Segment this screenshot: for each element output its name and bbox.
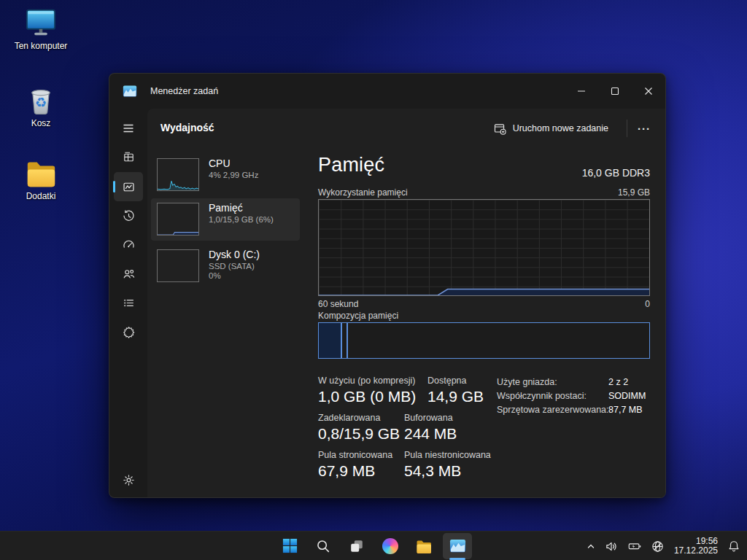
menu-button[interactable] — [114, 114, 143, 143]
stat-value: 67,9 MB — [318, 462, 392, 480]
maximize-icon — [611, 87, 619, 96]
task-manager-taskbar-button[interactable] — [443, 533, 472, 559]
desktop-icon-this-pc[interactable]: Ten komputer — [7, 6, 74, 51]
perf-item-name: CPU — [209, 158, 258, 169]
stat-label: W użyciu (po kompresji) — [318, 376, 416, 386]
stat-label: Dostępna — [404, 376, 484, 386]
windows-logo-icon — [282, 537, 298, 554]
file-explorer-button[interactable] — [409, 533, 438, 559]
task-manager-window: Menedżer zadań — [109, 73, 666, 498]
sidebar-item-app-history[interactable] — [114, 201, 143, 230]
search-icon — [315, 538, 331, 554]
time-zero-label: 0 — [645, 299, 650, 309]
bell-icon — [727, 540, 740, 553]
detail-label: Sprzętowa zarezerwowana: — [497, 405, 609, 415]
detail-value: SODIMM — [608, 391, 646, 401]
perf-item-cpu[interactable]: CPU 4% 2,99 GHz — [151, 154, 300, 196]
stat-paged-pool: Pula stronicowana 67,9 MB — [318, 450, 392, 480]
perf-item-detail: 4% 2,99 GHz — [209, 171, 258, 179]
stat-label: Buforowana — [404, 413, 457, 423]
task-manager-app-icon — [123, 84, 137, 98]
stat-label: Zadeklarowana — [318, 413, 400, 423]
tray-chevron-button[interactable] — [582, 534, 600, 559]
minimize-button[interactable] — [565, 74, 598, 109]
stat-committed: Zadeklarowana 0,8/15,9 GB — [318, 413, 400, 443]
details-list-icon — [122, 296, 136, 310]
desktop-icon-label: Ten komputer — [7, 41, 74, 51]
close-button[interactable] — [632, 74, 665, 109]
desktop-icon-dodatki[interactable]: Dodatki — [7, 156, 74, 201]
stat-value: 1,0 GB (0 MB) — [318, 388, 416, 405]
perf-item-detail2: 0% — [209, 271, 260, 280]
start-button[interactable] — [275, 533, 304, 559]
file-explorer-icon — [415, 537, 433, 555]
perf-item-memory[interactable]: Pamięć 1,0/15,9 GB (6%) — [151, 198, 300, 241]
settings-button[interactable] — [114, 465, 143, 494]
sidebar-item-processes[interactable] — [114, 142, 143, 171]
minimize-icon — [577, 87, 586, 96]
task-view-icon — [349, 538, 365, 554]
close-icon — [644, 87, 653, 96]
stat-value: 0,8/15,9 GB — [318, 425, 400, 443]
tray-date: 17.12.2025 — [674, 546, 718, 556]
detail-label: Współczynnik postaci: — [497, 391, 587, 401]
disk-thumbnail-chart — [157, 249, 199, 282]
stat-value: 14,9 GB — [404, 388, 484, 405]
stat-label: Pula stronicowana — [318, 450, 392, 460]
sidebar-item-services[interactable] — [114, 317, 143, 346]
chevron-up-icon — [586, 541, 596, 551]
desktop-icon-label: Kosz — [7, 118, 74, 128]
notifications-button[interactable] — [724, 534, 744, 559]
composition-segment-in-use — [319, 323, 342, 358]
globe-no-internet-icon — [651, 540, 665, 553]
sidebar-item-performance[interactable] — [114, 172, 143, 201]
memory-usage-area — [319, 289, 649, 296]
detail-value: 2 z 2 — [608, 377, 628, 387]
copilot-button[interactable] — [376, 533, 405, 559]
performance-icon — [122, 180, 136, 194]
battery-charging-icon — [627, 539, 642, 553]
stat-available: Dostępna 14,9 GB — [404, 376, 484, 405]
memory-usage-chart — [318, 199, 650, 296]
sidebar-item-users[interactable] — [114, 259, 143, 288]
memory-capacity: 16,0 GB DDR3 — [582, 167, 650, 179]
detail-form-factor: Współczynnik postaci: SODIMM — [497, 391, 587, 401]
speaker-icon — [605, 540, 619, 553]
task-manager-icon — [449, 537, 466, 554]
gear-icon — [122, 473, 136, 487]
perf-item-name: Dysk 0 (C:) — [209, 249, 260, 260]
computer-icon — [24, 6, 58, 39]
battery-button[interactable] — [624, 534, 646, 559]
stat-non-paged-pool: Pula niestronicowana 54,3 MB — [404, 450, 491, 480]
tray-clock[interactable]: 19:56 17.12.2025 — [670, 537, 722, 556]
stat-label: Pula niestronicowana — [404, 450, 491, 460]
recycle-bin-icon: ♻ — [24, 83, 58, 117]
stat-cached: Buforowana 244 MB — [404, 413, 457, 443]
usage-chart-max: 15,9 GB — [618, 187, 650, 198]
gauge-icon — [122, 238, 136, 252]
maximize-button[interactable] — [598, 74, 632, 109]
perf-item-detail: SSD (SATA) — [209, 262, 260, 271]
task-view-button[interactable] — [342, 533, 371, 559]
content-surface: Wydajność Uruchom nowe zadanie ··· — [147, 109, 665, 497]
perf-item-disk[interactable]: Dysk 0 (C:) SSD (SATA) 0% — [151, 245, 300, 287]
volume-button[interactable] — [601, 534, 622, 559]
detail-hardware-reserved: Sprzętowa zarezerwowana: 87,7 MB — [497, 405, 609, 415]
stat-in-use: W użyciu (po kompresji) 1,0 GB (0 MB) — [318, 376, 416, 405]
desktop-icon-recycle-bin[interactable]: ♻ Kosz — [7, 83, 74, 128]
services-icon — [122, 325, 136, 339]
taskbar: 19:56 17.12.2025 — [0, 531, 747, 560]
page-title: Wydajność — [160, 122, 214, 133]
usage-chart-label: Wykorzystanie pamięci — [318, 187, 408, 198]
sidebar-item-details[interactable] — [114, 288, 143, 317]
perf-item-name: Pamięć — [209, 202, 274, 214]
window-title: Menedżer zadań — [150, 86, 218, 96]
search-button[interactable] — [309, 533, 338, 559]
memory-title: Pamięć — [318, 154, 384, 176]
perf-item-detail: 1,0/15,9 GB (6%) — [209, 215, 274, 224]
desktop-icon-label: Dodatki — [7, 191, 74, 201]
detail-label: Użyte gniazda: — [497, 377, 557, 387]
network-button[interactable] — [647, 534, 668, 559]
history-clock-icon — [122, 209, 136, 223]
sidebar-item-startup-apps[interactable] — [114, 230, 143, 259]
